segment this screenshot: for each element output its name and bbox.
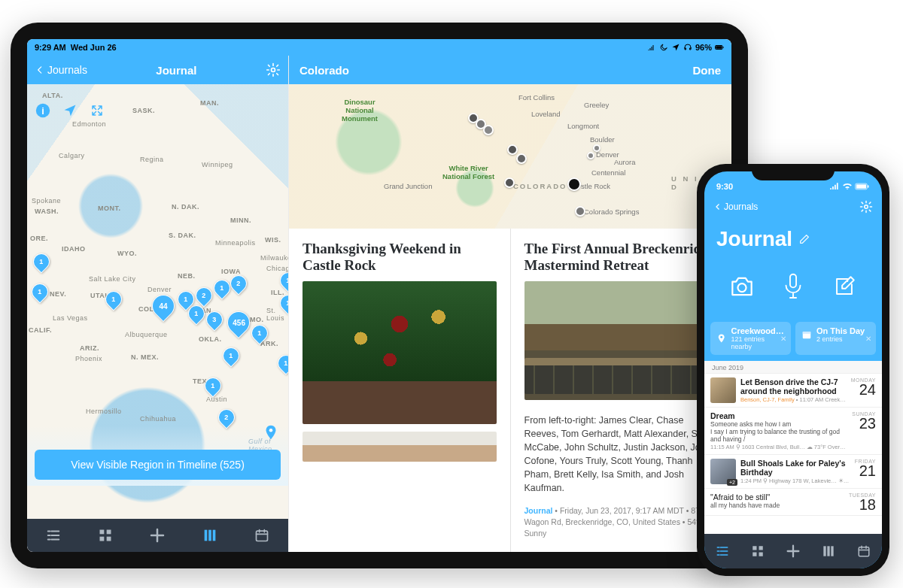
tab-list-icon[interactable]	[43, 525, 64, 546]
feed-entry[interactable]: Bull Shoals Lake for Paley's Birthday 1:…	[704, 455, 882, 489]
svg-rect-30	[831, 546, 833, 556]
close-icon[interactable]: ✕	[865, 335, 871, 343]
tab-add-icon[interactable]	[784, 542, 802, 560]
map-label: Dinosaur National Monument	[342, 98, 378, 123]
done-button[interactable]: Done	[693, 64, 722, 77]
map-label: WIS.	[265, 236, 281, 244]
map-pin[interactable]: 1	[274, 351, 288, 374]
compose-button[interactable]	[827, 269, 862, 304]
view-region-label: View Visible Region in Timeline (525)	[71, 459, 245, 471]
signal-icon	[829, 183, 840, 190]
back-button[interactable]: Journals	[713, 202, 758, 212]
map-label: CALIF.	[29, 326, 52, 334]
map-pin[interactable]: 44	[147, 290, 179, 322]
tab-calendar-icon[interactable]	[251, 525, 272, 546]
journal-title: Journal	[716, 227, 792, 251]
iphone-nav-bar: Journals	[704, 197, 882, 217]
svg-rect-7	[100, 530, 105, 535]
map-label: Salt Lake City	[89, 275, 136, 283]
map-label: ILL.	[271, 289, 284, 296]
left-nav-bar: Journals Journal	[27, 56, 288, 84]
map-pin[interactable]: 2	[227, 271, 250, 295]
map-marker[interactable]	[504, 177, 515, 188]
iphone-notch	[752, 164, 835, 180]
map-pin[interactable]: 1	[29, 250, 53, 273]
tab-add-icon[interactable]	[147, 525, 168, 546]
entry-feed[interactable]: June 2019 Let Benson drive the CJ-7 arou…	[704, 361, 882, 534]
map-left[interactable]: ALTA. SASK. MAN. Edmonton Calgary Regina…	[27, 84, 288, 519]
map-toolbar: i	[33, 101, 107, 120]
map-label: MAN.	[200, 99, 219, 107]
feed-entry[interactable]: Dream Someone asks me how I am I say I a…	[704, 408, 882, 455]
map-label: MONT.	[98, 205, 121, 212]
feed-entry[interactable]: Let Benson drive the CJ-7 around the nei…	[704, 374, 882, 408]
map-pin[interactable]: 2	[192, 283, 215, 307]
svg-point-3	[271, 68, 275, 72]
feed-entry[interactable]: "Afraid to be still" all my hands have m…	[704, 489, 882, 516]
chip-nearby[interactable]: Creekwood…121 entries nearby ✕	[710, 322, 791, 355]
entry-photo	[524, 281, 719, 400]
entry-meta: Benson, CJ-7, Family • 11:07 AM Creekwoo…	[740, 396, 847, 403]
svg-rect-17	[868, 185, 869, 187]
journal-link[interactable]: Journal	[524, 506, 553, 515]
right-pane: Colorado Done Dinosaur National Monument…	[288, 56, 731, 552]
view-region-button[interactable]: View Visible Region in Timeline (525)	[35, 450, 281, 480]
map-label: N. MEX.	[131, 353, 159, 361]
entry-daynum: 24	[851, 383, 876, 396]
chip-on-this-day[interactable]: On This Day2 entries ✕	[795, 322, 876, 355]
tab-map-icon[interactable]	[199, 525, 220, 546]
tab-calendar-icon[interactable]	[855, 542, 873, 560]
info-icon[interactable]: i	[33, 101, 53, 120]
gear-icon[interactable]	[859, 200, 873, 214]
edit-icon[interactable]	[798, 233, 810, 245]
map-marker[interactable]	[587, 152, 594, 159]
pin-icon	[716, 333, 726, 344]
svg-point-6	[269, 429, 273, 432]
map-pin[interactable]: 456	[223, 307, 254, 338]
chevron-left-icon	[713, 202, 722, 211]
tab-map-icon[interactable]	[819, 542, 838, 560]
close-icon[interactable]: ✕	[780, 335, 786, 343]
map-label: WYO.	[117, 250, 137, 257]
entry-title: Bull Shoals Lake for Paley's Birthday	[740, 459, 850, 477]
map-label: Loveland	[531, 110, 561, 118]
map-marker[interactable]	[567, 177, 581, 191]
status-time: 9:29 AM	[35, 43, 66, 52]
map-label: Denver	[147, 286, 172, 293]
map-label: COLORADO	[513, 182, 567, 190]
entry-title: Let Benson drive the CJ-7 around the nei…	[740, 377, 847, 396]
entry-daynum: 23	[852, 417, 876, 430]
map-label: Spokane	[32, 197, 61, 205]
map-pin[interactable]: 1	[219, 344, 242, 367]
back-button[interactable]: Journals	[35, 64, 87, 76]
current-location-icon[interactable]	[263, 424, 279, 444]
map-marker[interactable]	[483, 125, 494, 135]
entry-daynum: 18	[849, 498, 876, 511]
expand-icon[interactable]	[87, 101, 107, 120]
entry-card[interactable]: Thanksgiving Weekend in Castle Rock	[289, 229, 511, 552]
entry-body: Someone asks me how I am I say I am tryi…	[710, 420, 847, 443]
map-marker[interactable]	[575, 206, 585, 217]
map-marker[interactable]	[593, 144, 600, 152]
map-marker[interactable]	[507, 144, 518, 155]
map-marker[interactable]	[516, 153, 527, 164]
map-label: Aurora	[614, 158, 636, 166]
map-label: Regina	[140, 156, 164, 163]
location-arrow-icon[interactable]	[60, 101, 80, 120]
map-pin[interactable]: 1	[28, 280, 51, 303]
map-right[interactable]: Dinosaur National Monument White River N…	[289, 84, 731, 229]
map-label: WASH.	[35, 208, 59, 215]
map-label: Chicago	[266, 265, 288, 272]
gear-icon[interactable]	[266, 62, 281, 77]
entry-daynum: 21	[855, 464, 876, 477]
tab-grid-icon[interactable]	[95, 525, 116, 546]
tab-list-icon[interactable]	[713, 542, 731, 560]
camera-button[interactable]	[725, 269, 759, 304]
svg-rect-14	[257, 531, 268, 541]
svg-rect-27	[759, 553, 762, 556]
map-label: Longmont	[567, 122, 599, 130]
right-nav-title: Colorado	[299, 64, 349, 77]
microphone-button[interactable]	[776, 269, 810, 304]
tab-grid-icon[interactable]	[749, 542, 767, 560]
map-label: Fort Collins	[518, 93, 555, 102]
